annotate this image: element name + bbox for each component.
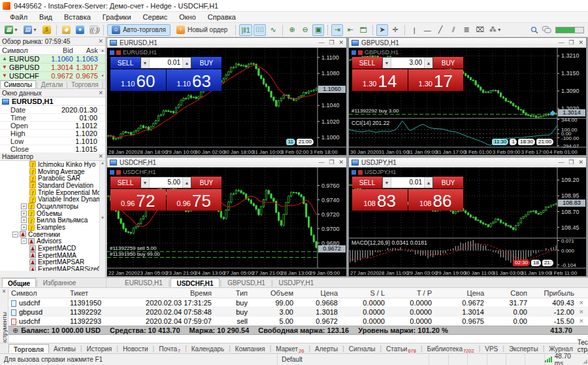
col-bid[interactable]: Bid xyxy=(46,46,73,54)
one-click-icon[interactable] xyxy=(110,170,114,175)
tree-item-10[interactable]: −♟Советники xyxy=(0,231,105,238)
volume-up-icon[interactable]: ▲ xyxy=(182,177,191,188)
close-position-icon[interactable]: ✕ xyxy=(577,318,584,324)
column-header-1[interactable]: Тикет xyxy=(67,289,129,297)
autotrade-button[interactable]: ☺ Авто-торговля xyxy=(107,24,171,36)
tree-item-11[interactable]: −♟Advisors xyxy=(0,238,105,245)
bottom-tab-активы[interactable]: Активы xyxy=(49,344,80,353)
volume-up-icon[interactable]: ▲ xyxy=(424,58,433,68)
minimize-icon[interactable]: — xyxy=(558,159,564,165)
tree-item-6[interactable]: +ƒОсцилляторы xyxy=(0,203,105,210)
expand-icon[interactable]: + xyxy=(21,211,27,217)
bars-chart-button[interactable]: |‖1 xyxy=(239,24,252,36)
resize-grip[interactable]: ◢ xyxy=(583,358,587,364)
sell-price-button[interactable]: 0.9672 xyxy=(110,189,166,211)
bottom-tab-новости[interactable]: Новости xyxy=(118,344,153,353)
bottom-tab-маркет[interactable]: Маркет26 xyxy=(271,344,308,353)
maximize-icon[interactable]: ❐ xyxy=(568,159,574,165)
tree-item-1[interactable]: ƒMoving Average xyxy=(0,168,105,175)
menu-item-5[interactable]: Окно xyxy=(173,12,202,22)
buy-button[interactable]: BUY xyxy=(433,57,463,69)
maximize-icon[interactable]: ❐ xyxy=(568,39,574,46)
position-row[interactable]: usdchf113922932020.02.04 07:59:07sell5.0… xyxy=(8,317,588,326)
bottom-tab-календарь[interactable]: Календарь xyxy=(187,344,229,353)
bottom-tab-алерты[interactable]: Алерты xyxy=(310,344,342,353)
collapse-icon[interactable]: − xyxy=(12,232,18,237)
expand-icon[interactable]: + xyxy=(21,203,27,209)
strategy-tester-link[interactable]: Тестер стратегий xyxy=(578,339,588,353)
menu-item-0[interactable]: Файл xyxy=(4,12,33,22)
volume-value[interactable]: 0.01 xyxy=(150,58,182,68)
minimize-icon[interactable]: — xyxy=(318,159,324,165)
minimize-icon[interactable]: — xyxy=(558,39,564,46)
market-watch-tab-1[interactable]: Детали xyxy=(38,81,66,88)
navigator-tab-1[interactable]: Избранное xyxy=(38,278,82,287)
sell-button[interactable]: SELL xyxy=(110,177,140,188)
tree-item-9[interactable]: +ƒExamples xyxy=(0,224,105,231)
market-watch-tab-2[interactable]: Торговля xyxy=(68,81,102,88)
col-symbol[interactable]: Символ xyxy=(0,46,46,54)
tree-item-15[interactable]: ♟ExpertMAPSARSizeOptim xyxy=(0,266,105,271)
status-profile[interactable]: Default xyxy=(278,354,429,365)
chart-tab-2[interactable]: GBPUSD,H1 xyxy=(222,278,270,287)
market-watch-tab-0[interactable]: Символы xyxy=(0,80,36,89)
sell-price-button[interactable]: 1.1060 xyxy=(110,69,166,91)
tree-item-2[interactable]: ƒParabolic SAR xyxy=(0,175,105,182)
search-icon[interactable] xyxy=(531,26,538,34)
buy-button[interactable]: BUY xyxy=(191,177,221,188)
scrollbar[interactable]: ▼ xyxy=(99,74,105,78)
menu-item-1[interactable]: Вид xyxy=(33,12,58,22)
buy-price-button[interactable]: 1.1063 xyxy=(167,69,222,91)
market-watch-tab-3[interactable]: Тики xyxy=(103,81,105,88)
bottom-tab-компания[interactable]: Компания xyxy=(231,344,270,353)
tree-item-7[interactable]: +ƒОбъемы xyxy=(0,210,105,217)
close-position-icon[interactable]: ✕ xyxy=(577,300,584,306)
status-latency[interactable]: 48.70 ms xyxy=(555,353,580,365)
candles-chart-button[interactable]: ⌷⌷ xyxy=(253,24,266,36)
chart-window-titlebar[interactable]: USDJPY,H1—❐✕ xyxy=(349,158,586,167)
column-header-3[interactable]: Тип xyxy=(214,289,250,297)
crosshair-button[interactable]: ✛ xyxy=(389,24,401,36)
column-header-0[interactable]: Символ xyxy=(8,289,67,297)
chart-tab-1[interactable]: USDCHF,H1 xyxy=(171,278,219,287)
data-window-close-icon[interactable]: ✕ xyxy=(98,90,103,96)
close-icon[interactable]: ✕ xyxy=(338,39,344,46)
volume-up-icon[interactable]: ▲ xyxy=(424,177,433,188)
expand-icon[interactable]: + xyxy=(21,217,27,223)
column-header-5[interactable]: Цена xyxy=(296,289,340,297)
signals-button[interactable]: ((·)) xyxy=(88,24,100,36)
column-header-6[interactable]: S / L xyxy=(340,289,387,297)
buy-button[interactable]: BUY xyxy=(191,57,221,69)
chart-window-titlebar[interactable]: EURUSD,H1—❐✕ xyxy=(107,38,346,48)
buy-price-button[interactable]: 10886 xyxy=(408,189,464,211)
close-icon[interactable]: ✕ xyxy=(578,159,583,165)
minimize-icon[interactable]: — xyxy=(318,39,324,46)
market-watch-row[interactable]: ▲EURUSD1.10601.1063 xyxy=(0,55,105,63)
sell-button[interactable]: SELL xyxy=(110,57,140,69)
chart-body[interactable]: 0.97600.97400.97200.97000.968022 Jan 202… xyxy=(107,167,346,276)
column-header-2[interactable]: Время xyxy=(129,289,214,297)
column-header-4[interactable]: Объем xyxy=(250,289,296,297)
one-click-icon[interactable] xyxy=(110,50,114,55)
profiles-button[interactable]: ▤▼ xyxy=(22,24,39,36)
bottom-tab-торговля[interactable]: Торговля xyxy=(8,344,49,353)
zoom-in-button[interactable]: ⊕ xyxy=(286,24,298,36)
new-order-button[interactable]: + Новый ордер xyxy=(172,24,233,36)
menu-item-3[interactable]: Графики xyxy=(97,12,137,22)
position-row[interactable]: gbpusd113922922020.02.04 07:58:48buy3.00… xyxy=(8,307,588,317)
sell-button[interactable]: SELL xyxy=(352,57,382,69)
close-icon[interactable]: ✕ xyxy=(578,39,583,46)
market-watch-close-icon[interactable]: ✕ xyxy=(98,38,103,44)
channel-button[interactable]: ⫽ xyxy=(448,24,459,36)
chart-body[interactable]: 109.20108.95108.70108.450.0710.000-0.104… xyxy=(349,167,586,276)
depth-of-market-button[interactable]: ◆ xyxy=(60,24,73,36)
new-chart-button[interactable]: ▦▼ xyxy=(3,24,20,36)
column-header-9[interactable]: Своп xyxy=(487,289,530,297)
autoscroll-button[interactable]: ⇤ xyxy=(344,24,356,36)
bottom-tab-библиотека[interactable]: Библиотека7202 xyxy=(423,344,479,353)
volume-value[interactable]: 3.00 xyxy=(391,58,424,68)
tree-item-8[interactable]: +ƒБилла Вильямса xyxy=(0,217,105,224)
terminal-close-icon[interactable]: ✕ xyxy=(0,288,8,294)
bottom-tab-почта[interactable]: Почта7 xyxy=(154,344,185,353)
expand-icon[interactable]: + xyxy=(21,224,27,230)
